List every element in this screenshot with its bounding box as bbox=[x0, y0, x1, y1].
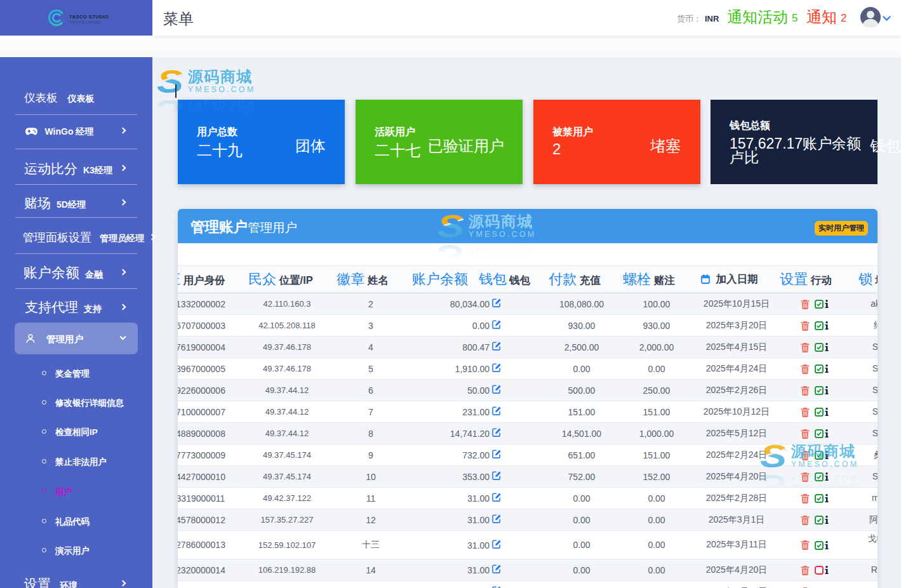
svg-text:S: S bbox=[157, 69, 184, 97]
svg-text:S: S bbox=[437, 213, 464, 241]
svg-text:S: S bbox=[760, 443, 787, 471]
